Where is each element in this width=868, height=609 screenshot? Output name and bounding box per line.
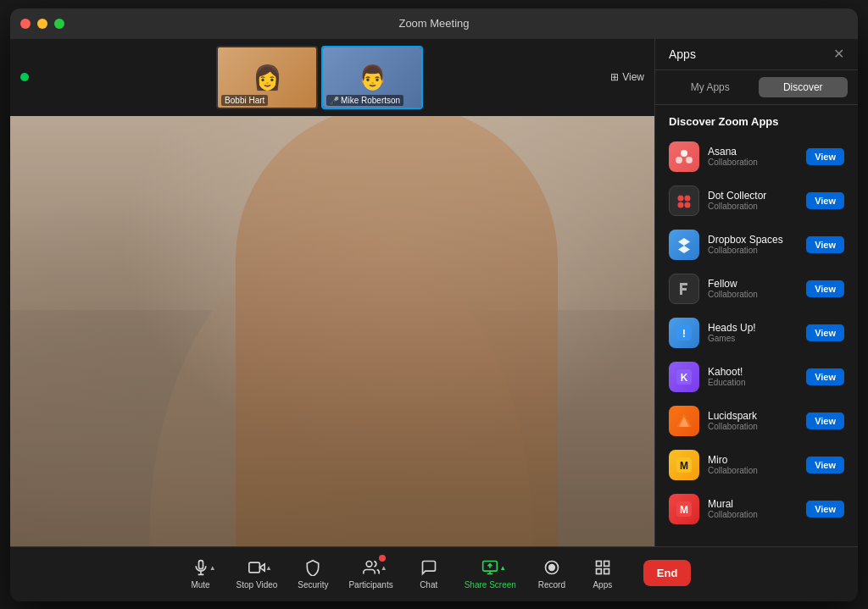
- lucidspark-name: Lucidspark: [708, 410, 798, 422]
- stop-video-icon: [248, 557, 265, 578]
- svg-text:K: K: [681, 372, 688, 384]
- app-item-dot-collector: Dot Collector Collaboration View: [662, 179, 851, 223]
- mute-icon: [192, 557, 209, 578]
- close-sidebar-button[interactable]: ✕: [833, 47, 844, 61]
- svg-rect-34: [604, 568, 609, 573]
- participants-tool[interactable]: ▲ Participants: [340, 554, 401, 593]
- kahoot-category: Education: [708, 378, 798, 387]
- asana-view-button[interactable]: View: [806, 148, 844, 165]
- app-item-kahoot: K Kahoot! Education View: [662, 355, 851, 399]
- dot-collector-category: Collaboration: [708, 202, 798, 211]
- share-screen-icon: [481, 557, 499, 578]
- shield-svg: [304, 559, 321, 576]
- mute-label: Mute: [191, 580, 209, 590]
- apps-tool[interactable]: Apps: [579, 554, 626, 593]
- mute-tool[interactable]: ▲ Mute: [177, 554, 225, 593]
- participants-label: Participants: [348, 580, 392, 590]
- apps-svg: [594, 559, 611, 576]
- mural-name: Mural: [708, 498, 798, 510]
- people-svg: [362, 559, 381, 576]
- miro-info: Miro Collaboration: [708, 454, 798, 475]
- lucidspark-view-button[interactable]: View: [806, 412, 844, 429]
- headsup-name: Heads Up!: [708, 322, 798, 334]
- svg-point-6: [686, 157, 693, 163]
- share-screen-icon-group: ▲: [481, 557, 499, 578]
- svg-marker-11: [678, 238, 690, 253]
- mute-indicator-icon: 🎤: [330, 97, 339, 105]
- thumbnail-bobbi[interactable]: 👩 Bobbi Hart: [216, 46, 318, 109]
- mural-view-button[interactable]: View: [806, 501, 844, 518]
- headsup-icon: !: [669, 318, 699, 348]
- svg-rect-33: [596, 568, 601, 573]
- traffic-lights: [20, 19, 64, 29]
- participant-thumbnails: 👩 Bobbi Hart 👨 🎤Mike Robertson: [216, 46, 423, 109]
- minimize-button[interactable]: [37, 19, 47, 29]
- miro-view-button[interactable]: View: [806, 457, 844, 473]
- security-label: Security: [298, 580, 328, 590]
- record-svg: [543, 559, 560, 576]
- share-screen-label: Share Screen: [465, 580, 516, 590]
- dot-collector-icon: [669, 185, 699, 216]
- apps-sidebar: Apps ✕ My Apps Discover Discover Zoom Ap…: [654, 39, 858, 546]
- zoom-window: Zoom Meeting 👩 Bobbi Hart 👨 🎤Mike Robert…: [10, 8, 858, 601]
- video-area: 👩 Bobbi Hart 👨 🎤Mike Robertson ⊞ View: [10, 39, 654, 546]
- mute-icon-group: ▲: [192, 557, 209, 578]
- svg-text:M: M: [680, 504, 688, 516]
- share-screen-tool[interactable]: ▲ Share Screen: [456, 554, 525, 593]
- kahoot-icon: K: [669, 362, 699, 392]
- dropbox-view-button[interactable]: View: [806, 236, 844, 253]
- chat-svg: [420, 559, 437, 576]
- thumbnail-label-mike: 🎤Mike Robertson: [326, 95, 403, 106]
- main-content: 👩 Bobbi Hart 👨 🎤Mike Robertson ⊞ View: [10, 39, 858, 546]
- kahoot-logo-svg: K: [675, 368, 693, 386]
- end-meeting-button[interactable]: End: [643, 560, 692, 586]
- participants-icon: [362, 557, 381, 578]
- discover-title: Discover Zoom Apps: [655, 105, 858, 135]
- thumbnail-mike[interactable]: 👨 🎤Mike Robertson: [321, 46, 423, 109]
- fellow-view-button[interactable]: View: [806, 280, 844, 297]
- app-item-lucidspark: Lucidspark Collaboration View: [662, 399, 851, 443]
- my-apps-tab[interactable]: My Apps: [665, 77, 755, 97]
- chat-label: Chat: [420, 580, 437, 590]
- app-item-headsup: ! Heads Up! Games View: [662, 311, 851, 355]
- close-button[interactable]: [20, 19, 31, 29]
- svg-point-7: [678, 195, 684, 201]
- record-icon: [543, 557, 560, 578]
- headsup-view-button[interactable]: View: [806, 324, 844, 341]
- share-svg: [481, 559, 499, 576]
- discover-tab[interactable]: Discover: [759, 77, 849, 97]
- svg-text:!: !: [682, 327, 686, 340]
- stop-video-tool[interactable]: ▲ Stop Video: [228, 554, 287, 593]
- security-tool[interactable]: Security: [289, 554, 337, 593]
- fullscreen-button[interactable]: [54, 19, 64, 29]
- participants-icon-group: ▲: [362, 557, 381, 578]
- view-label: View: [622, 71, 644, 83]
- app-item-fellow: Fellow Collaboration View: [662, 267, 851, 311]
- video-header: 👩 Bobbi Hart 👨 🎤Mike Robertson ⊞ View: [10, 39, 654, 116]
- headsup-category: Games: [708, 334, 798, 343]
- sidebar-tabs: My Apps Discover: [655, 70, 858, 105]
- record-tool[interactable]: Record: [528, 554, 576, 593]
- fellow-category: Collaboration: [708, 290, 798, 299]
- chat-tool[interactable]: Chat: [405, 554, 453, 593]
- dot-collector-name: Dot Collector: [708, 190, 798, 202]
- mural-logo-svg: M: [675, 500, 693, 518]
- asana-name: Asana: [708, 146, 798, 158]
- svg-point-8: [685, 195, 691, 201]
- sidebar-title: Apps: [669, 47, 696, 61]
- participants-caret-icon: ▲: [381, 563, 387, 571]
- fellow-info: Fellow Collaboration: [708, 278, 798, 299]
- kahoot-info: Kahoot! Education: [708, 366, 798, 387]
- dot-collector-view-button[interactable]: View: [806, 192, 844, 209]
- record-label: Record: [538, 580, 565, 590]
- app-item-mural: M Mural Collaboration View: [662, 487, 851, 531]
- view-button[interactable]: ⊞ View: [610, 71, 644, 83]
- recording-indicator: [20, 73, 29, 81]
- svg-text:M: M: [680, 460, 688, 472]
- participants-badge: [379, 555, 386, 562]
- svg-marker-25: [259, 563, 264, 570]
- share-screen-caret-icon: ▲: [499, 563, 506, 571]
- app-item-dropbox: Dropbox Spaces Collaboration View: [662, 223, 851, 267]
- kahoot-view-button[interactable]: View: [806, 368, 844, 385]
- lucidspark-icon: [669, 406, 699, 436]
